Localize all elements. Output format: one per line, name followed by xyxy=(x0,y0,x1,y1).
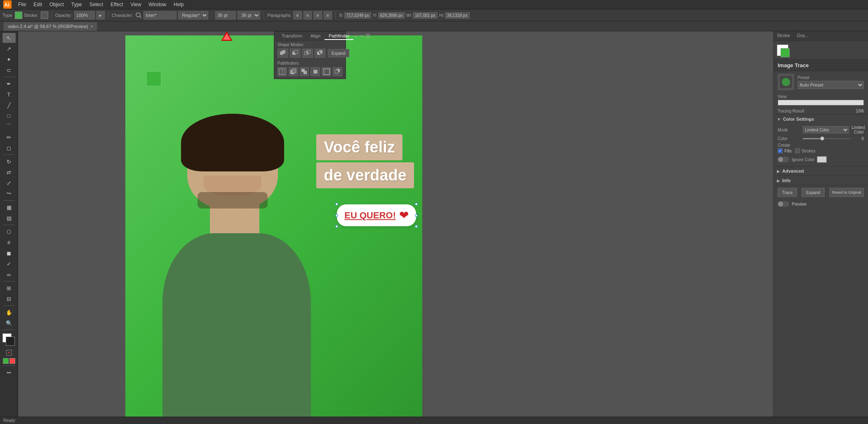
align-right-btn[interactable]: ≡ xyxy=(313,11,322,19)
gradient-tool[interactable]: ◼ xyxy=(2,248,16,258)
align-justify-btn[interactable]: ≡ xyxy=(324,11,332,19)
intersect-btn[interactable] xyxy=(302,49,313,58)
revert-btn[interactable]: Revert to Original xyxy=(829,188,864,197)
unite-btn[interactable] xyxy=(278,49,288,58)
tab-close-btn[interactable]: × xyxy=(91,24,93,29)
tab-pathfinder[interactable]: Pathfinder xyxy=(325,33,353,40)
rotate-tool[interactable]: ↻ xyxy=(2,157,16,166)
fills-checkbox[interactable]: ✓ xyxy=(778,148,783,153)
view-row: View xyxy=(774,93,868,108)
selection-tool[interactable]: ↖ xyxy=(2,33,16,43)
type-tool[interactable]: T xyxy=(2,89,16,99)
right-panel-tabs: Stroke Gra... xyxy=(774,31,868,41)
fg-color-swatch[interactable] xyxy=(777,45,788,56)
preview-toggle[interactable] xyxy=(778,201,789,207)
mode-select[interactable]: Limited Color xyxy=(803,126,849,134)
svg-rect-12 xyxy=(307,52,308,54)
line-tool[interactable]: ╱ xyxy=(2,100,16,110)
ignore-color-swatch[interactable] xyxy=(817,156,827,163)
pencil-tool[interactable]: ✏ xyxy=(2,132,16,142)
trace-btn[interactable]: Trace xyxy=(778,188,797,197)
perspective-tool[interactable]: ⬡ xyxy=(2,227,16,237)
menu-view[interactable]: View xyxy=(127,1,145,8)
blend-tool[interactable]: ∞ xyxy=(2,269,16,279)
fill-swatch[interactable] xyxy=(15,12,22,19)
document-tab[interactable]: video 2.4.ai* @ 58,67 % (RGB/Preview) × xyxy=(3,22,97,31)
paintbrush-tool[interactable]: ⌒ xyxy=(2,122,16,131)
exclude-btn[interactable] xyxy=(315,49,325,58)
tab-align[interactable]: Align xyxy=(306,33,325,40)
pathfinders-row xyxy=(274,66,346,79)
mesh-tool[interactable]: # xyxy=(2,237,16,247)
strokes-checkbox[interactable] xyxy=(795,148,800,153)
close-icon[interactable]: × xyxy=(360,33,363,39)
scale-tool[interactable]: ⤢ xyxy=(2,178,16,188)
artboard-tool[interactable]: ⊞ xyxy=(2,283,16,293)
font-size-input[interactable] xyxy=(215,11,236,19)
more-tools-btn[interactable]: ••• xyxy=(2,368,16,377)
minus-back-btn[interactable] xyxy=(333,67,342,76)
menu-edit[interactable]: Edit xyxy=(30,1,45,8)
eyedropper-tool[interactable]: ✓ xyxy=(2,259,16,269)
ignore-color-toggle[interactable] xyxy=(778,157,789,162)
stroke-swatch[interactable] xyxy=(41,12,48,19)
svg-rect-7 xyxy=(282,50,285,54)
tab-transform[interactable]: Transform xyxy=(278,33,306,40)
selection-handle-left xyxy=(335,214,338,217)
pathfinder-panel: Transform Align Pathfinder — × ☰ Shape M… xyxy=(274,31,346,79)
divide-btn[interactable] xyxy=(278,67,287,76)
menu-window[interactable]: Window xyxy=(145,1,169,8)
bg-color-swatch[interactable] xyxy=(781,48,790,57)
panel-menu-icon[interactable]: ☰ xyxy=(366,33,370,39)
menu-select[interactable]: Select xyxy=(86,1,106,8)
minimize-icon[interactable]: — xyxy=(353,33,358,39)
warp-tool[interactable]: 〜 xyxy=(2,189,16,199)
preset-right: Preset Auto Preset xyxy=(797,75,864,89)
trim-btn[interactable] xyxy=(289,67,298,76)
merge-btn[interactable] xyxy=(300,67,309,76)
info-section[interactable]: ▶ Info xyxy=(774,176,868,185)
menu-type[interactable]: Type xyxy=(68,1,85,8)
outline-btn[interactable] xyxy=(322,67,331,76)
mirror-tool[interactable]: ⇄ xyxy=(2,167,16,177)
align-left-btn[interactable]: ≡ xyxy=(293,11,301,19)
graph-tool[interactable]: ▦ xyxy=(2,202,16,212)
chat-bubble: EU QUERO! ❤ xyxy=(337,204,416,226)
zoom-tool[interactable]: 🔍 xyxy=(2,318,16,328)
color-slider-track[interactable] xyxy=(803,136,851,141)
color-swatch-area[interactable] xyxy=(2,333,16,347)
y-coord-label: Yi xyxy=(373,13,376,18)
menu-help[interactable]: Help xyxy=(170,1,187,8)
opacity-input[interactable] xyxy=(74,11,95,19)
minus-front-btn[interactable] xyxy=(290,49,301,58)
rect-tool[interactable]: □ xyxy=(2,111,16,121)
pen-tool[interactable]: ✒ xyxy=(2,79,16,89)
expand-action-btn[interactable]: Expand xyxy=(802,188,825,197)
magic-wand-tool[interactable]: ✦ xyxy=(2,54,16,64)
preset-select[interactable]: Auto Preset xyxy=(797,81,864,89)
font-style-select[interactable]: Regular* xyxy=(178,11,208,19)
menu-object[interactable]: Object xyxy=(46,1,67,8)
font-size-select[interactable]: 36 pt xyxy=(238,11,260,19)
color-slider-thumb[interactable] xyxy=(820,136,824,141)
font-search-input[interactable] xyxy=(143,11,176,19)
advanced-section[interactable]: ▶ Advanced xyxy=(774,166,868,176)
align-center-btn[interactable]: ≡ xyxy=(303,11,312,19)
lasso-tool[interactable]: ⊂ xyxy=(2,65,16,75)
menu-file[interactable]: File xyxy=(15,1,29,8)
canvas-area[interactable]: Você feliz de verdade EU QUERO! ❤ xyxy=(18,31,773,424)
eraser-tool[interactable]: ◻ xyxy=(2,143,16,153)
stroke-tab[interactable]: Stroke xyxy=(774,31,794,41)
expand-btn[interactable]: Expand xyxy=(328,49,349,57)
direct-selection-tool[interactable]: ↗ xyxy=(2,44,16,54)
hand-tool[interactable]: ✋ xyxy=(2,307,16,317)
menu-effect[interactable]: Effect xyxy=(107,1,126,8)
slice-tool[interactable]: ⊟ xyxy=(2,294,16,304)
none-color-btn[interactable]: ✕ xyxy=(6,350,12,356)
column-graph-tool[interactable]: ▤ xyxy=(2,213,16,223)
crop-btn[interactable] xyxy=(311,67,320,76)
color-settings-section[interactable]: ▼ Color Settings xyxy=(774,114,868,124)
opacity-more-btn[interactable]: ▸ xyxy=(96,11,105,19)
background-swatch[interactable] xyxy=(6,337,15,346)
gradient-tab[interactable]: Gra... xyxy=(794,31,812,41)
